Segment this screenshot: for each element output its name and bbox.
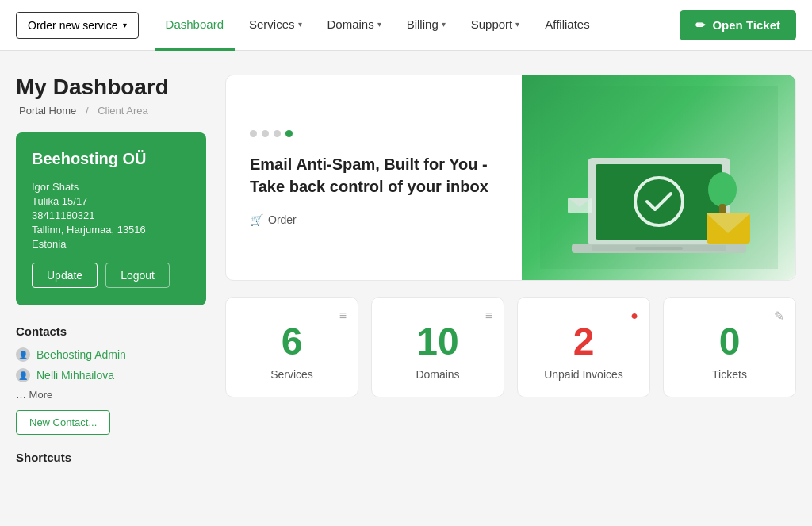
- update-button[interactable]: Update: [32, 263, 98, 288]
- stats-row: ≡ 6 Services ≡ 10 Domains ● 2 Unpaid Inv…: [225, 297, 796, 397]
- account-country: Estonia: [32, 238, 190, 250]
- shopping-cart-icon: 🛒: [250, 213, 263, 226]
- services-label: Services: [242, 368, 342, 381]
- tickets-number: 0: [680, 321, 779, 363]
- svg-rect-12: [540, 86, 778, 269]
- nav-link-billing[interactable]: Billing ▾: [396, 0, 457, 51]
- page-title: My Dashboard: [16, 75, 206, 100]
- nav-link-services[interactable]: Services ▾: [238, 0, 313, 51]
- sidebar: My Dashboard Portal Home / Client Area B…: [16, 75, 206, 464]
- account-address1: Tulika 15/17: [32, 195, 190, 207]
- new-contact-button[interactable]: New Contact...: [16, 410, 110, 435]
- banner-order-link[interactable]: 🛒 Order: [250, 213, 515, 226]
- more-contacts-link[interactable]: … More: [16, 389, 206, 401]
- nav-link-dashboard[interactable]: Dashboard: [155, 0, 235, 51]
- logout-button[interactable]: Logout: [105, 263, 170, 288]
- stat-card-domains[interactable]: ≡ 10 Domains: [371, 297, 504, 397]
- account-buttons: Update Logout: [32, 263, 190, 288]
- tickets-icon: ✎: [774, 309, 784, 324]
- shortcuts-title: Shortcuts: [16, 451, 206, 464]
- nav-link-support[interactable]: Support ▾: [460, 0, 531, 51]
- banner-image-inner: [522, 75, 795, 280]
- order-new-service-button[interactable]: Order new service ▾: [16, 12, 139, 39]
- invoices-alert-icon: ●: [630, 309, 638, 323]
- breadcrumb-current: Client Area: [98, 105, 148, 117]
- invoices-label: Unpaid Invoices: [534, 368, 634, 381]
- domains-dropdown-icon: ▾: [377, 20, 381, 29]
- stat-card-invoices[interactable]: ● 2 Unpaid Invoices: [517, 297, 650, 397]
- breadcrumb-separator: /: [86, 105, 89, 117]
- account-name: Igor Shats: [32, 181, 190, 193]
- navbar: Order new service ▾ Dashboard Services ▾…: [0, 0, 812, 51]
- contact-item-2[interactable]: 👤 Nelli Mihhailova: [16, 368, 206, 382]
- account-card: Beehosting OÜ Igor Shats Tulika 15/17 38…: [16, 132, 206, 305]
- order-dropdown-icon: ▾: [123, 21, 127, 29]
- banner-title: Email Anti-Spam, Built for You - Take ba…: [250, 153, 515, 198]
- domains-number: 10: [388, 321, 488, 363]
- open-ticket-button[interactable]: ✏ Open Ticket: [680, 10, 796, 40]
- banner-dot-2[interactable]: [262, 130, 269, 137]
- banner-image: [522, 75, 795, 280]
- services-number: 6: [242, 321, 342, 363]
- banner-inner: Email Anti-Spam, Built for You - Take ba…: [226, 106, 539, 250]
- banner-dot-1[interactable]: [250, 130, 257, 137]
- services-dropdown-icon: ▾: [298, 20, 302, 29]
- pencil-icon: ✏: [695, 18, 706, 33]
- contact-icon-1: 👤: [16, 347, 30, 362]
- breadcrumb-home[interactable]: Portal Home: [19, 105, 76, 117]
- domains-label: Domains: [388, 368, 488, 381]
- breadcrumb: Portal Home / Client Area: [16, 105, 206, 117]
- contact-icon-2: 👤: [16, 368, 30, 382]
- contacts-title: Contacts: [16, 324, 206, 338]
- banner-illustration: [540, 86, 778, 269]
- banner-dot-4[interactable]: [285, 130, 293, 137]
- banner-dot-3[interactable]: [274, 130, 281, 137]
- stat-card-tickets[interactable]: ✎ 0 Tickets: [663, 297, 796, 397]
- account-company: Beehosting OÜ: [32, 150, 190, 168]
- domains-icon: ≡: [485, 309, 492, 323]
- tickets-label: Tickets: [680, 368, 779, 381]
- contact-item-1[interactable]: 👤 Beehosting Admin: [16, 347, 206, 362]
- banner-card: Email Anti-Spam, Built for You - Take ba…: [225, 75, 796, 281]
- banner-dots: [250, 130, 515, 137]
- nav-links: Dashboard Services ▾ Domains ▾ Billing ▾…: [155, 0, 680, 51]
- services-icon: ≡: [339, 309, 347, 323]
- billing-dropdown-icon: ▾: [442, 20, 446, 29]
- nav-link-domains[interactable]: Domains ▾: [316, 0, 393, 51]
- stat-card-services[interactable]: ≡ 6 Services: [225, 297, 358, 397]
- main-content: Email Anti-Spam, Built for You - Take ba…: [225, 75, 796, 464]
- order-new-service-label: Order new service: [28, 19, 118, 32]
- invoices-number: 2: [534, 321, 634, 363]
- support-dropdown-icon: ▾: [515, 20, 519, 29]
- page-container: My Dashboard Portal Home / Client Area B…: [0, 51, 812, 488]
- account-phone: 38411180321: [32, 209, 190, 221]
- account-address2: Tallinn, Harjumaa, 13516: [32, 224, 190, 236]
- nav-link-affiliates[interactable]: Affiliates: [534, 0, 600, 51]
